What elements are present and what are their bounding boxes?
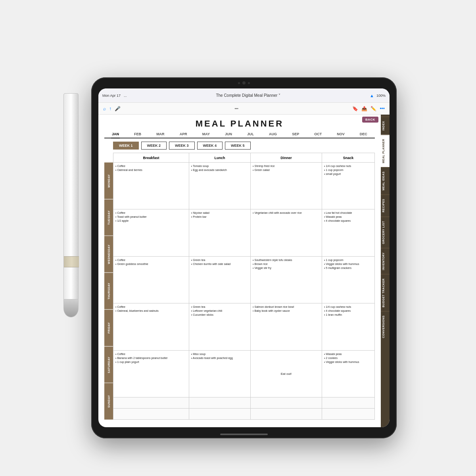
- month-mar[interactable]: MAR: [155, 132, 165, 136]
- right-sidebar: INDEX MEAL PLANNER MEAL IDEAS RECIPES GR…: [381, 115, 390, 427]
- month-sep[interactable]: SEP: [291, 132, 300, 136]
- col-dinner: Dinner: [251, 153, 322, 163]
- tuesday-breakfast: CoffeeToast with peanut butter1/2 apple: [113, 209, 189, 256]
- pencil-tip: [63, 299, 79, 317]
- wednesday-breakfast: CoffeeGreen goddess smoothie: [113, 256, 189, 303]
- status-dots: ...: [124, 94, 127, 98]
- wednesday-lunch: Green teaChicken burrito with side salad: [189, 256, 250, 303]
- ipad-home-bar: [220, 434, 268, 435]
- sidebar-tab-meal-planner[interactable]: MEAL PLANNER: [381, 134, 390, 167]
- browser-title: The Complete Digital Meal Planner ˅: [216, 93, 280, 98]
- month-oct[interactable]: OCT: [313, 132, 322, 136]
- edit-icon[interactable]: ✏️: [370, 106, 376, 111]
- meal-table-wrap: Monday Tuesday Wednesday Thursday Friday…: [104, 153, 375, 420]
- month-jun[interactable]: JUN: [224, 132, 233, 136]
- friday-dinner-eatout: Eat out!: [251, 350, 322, 397]
- friday-lunch: Miso soupAvocado toast with poached egg: [189, 350, 250, 397]
- wednesday-snack: 1 cup popcornVeggie sticks with hummus5 …: [322, 256, 374, 303]
- col-lunch: Lunch: [189, 153, 250, 163]
- more-icon[interactable]: •••: [380, 106, 385, 111]
- battery-status: 100%: [376, 94, 386, 98]
- ipad: Mon Apr 17 ... The Complete Digital Meal…: [91, 77, 397, 438]
- month-aug[interactable]: AUG: [268, 132, 278, 136]
- sunday-breakfast: [113, 409, 189, 420]
- sunday-snack: [322, 409, 374, 420]
- pencil-body: [63, 93, 79, 299]
- month-feb[interactable]: FEB: [133, 132, 142, 136]
- tab-title: The Complete Digital Meal Planner ˅: [216, 93, 280, 98]
- bookmark-icon[interactable]: 🔖: [352, 106, 358, 111]
- month-jan[interactable]: JAN: [111, 132, 120, 138]
- saturday-breakfast: [113, 397, 189, 409]
- week-3-tab[interactable]: WEEK 3: [169, 142, 195, 150]
- planner-main: MEAL PLANNER JAN FEB MAR APR MAY JUN JUL…: [98, 115, 381, 427]
- day-labels: Monday Tuesday Wednesday Thursday Friday…: [104, 153, 113, 420]
- monday-dinner: Shrimp fried riceGreen salad: [251, 163, 322, 209]
- table-row: CoffeeBanana with 2 tablespoons peanut b…: [113, 350, 375, 397]
- month-may[interactable]: MAY: [202, 132, 211, 136]
- month-nov[interactable]: NOV: [336, 132, 345, 136]
- day-label-wednesday: Wednesday: [104, 236, 113, 273]
- month-dec[interactable]: DEC: [359, 132, 368, 136]
- ipad-camera: [238, 81, 250, 84]
- thursday-dinner: Salmon donburi brown rice bowlBaby book …: [251, 303, 322, 350]
- wednesday-dinner: Southwestern style tofu steaksBrown rice…: [251, 256, 322, 303]
- planner-title: MEAL PLANNER: [104, 119, 375, 129]
- sidebar-tab-recipes[interactable]: RECIPES: [381, 194, 390, 216]
- sunday-dinner: [251, 409, 322, 420]
- page-content: BACK INDEX MEAL PLANNER MEAL IDEAS RECIP…: [98, 115, 390, 427]
- tuesday-lunch: Niçoise saladProtein bar: [189, 209, 250, 256]
- scene: Mon Apr 17 ... The Complete Digital Meal…: [20, 30, 456, 446]
- search-icon[interactable]: ⌕: [103, 106, 106, 111]
- status-time: Mon Apr 17: [102, 94, 121, 98]
- toolbar: ⌕ ↑ 🎤 ••• 🔖 📤 ✏️ •••: [98, 103, 390, 115]
- toolbar-left: ⌕ ↑ 🎤: [103, 106, 121, 111]
- cam-sensor: [238, 82, 240, 84]
- table-row: [113, 409, 375, 420]
- friday-breakfast: CoffeeBanana with 2 tablespoons peanut b…: [113, 350, 189, 397]
- export-icon[interactable]: 📤: [361, 106, 367, 111]
- week-tabs: WEEK 1 WEEK 2 WEEK 3 WEEK 4 WEEK 5: [113, 142, 375, 150]
- month-jul[interactable]: JUL: [246, 132, 255, 136]
- toolbar-right: 🔖 📤 ✏️ •••: [352, 106, 385, 111]
- week-2-tab[interactable]: WEEK 2: [141, 142, 167, 150]
- sidebar-tab-index[interactable]: INDEX: [381, 117, 390, 134]
- saturday-snack: [322, 397, 374, 409]
- day-label-thursday: Thursday: [104, 273, 113, 309]
- week-1-tab[interactable]: WEEK 1: [113, 142, 139, 150]
- meal-table: Breakfast Lunch Dinner Snack: [113, 153, 375, 420]
- browser-icons: ▲ 100%: [370, 93, 386, 98]
- month-tabs: JAN FEB MAR APR MAY JUN JUL AUG SEP OCT …: [104, 132, 375, 138]
- week-5-tab[interactable]: WEEK 5: [225, 142, 251, 150]
- sidebar-tab-grocery-list[interactable]: GROCERY LIST: [381, 217, 390, 248]
- table-row: CoffeeGreen goddess smoothie Green teaCh…: [113, 256, 375, 303]
- mic-icon[interactable]: 🎤: [115, 106, 121, 111]
- monday-breakfast: CoffeeOatmeal and berries: [113, 163, 189, 209]
- saturday-dinner: [251, 397, 322, 409]
- sidebar-tab-conversions[interactable]: CONVERSIONS: [381, 311, 390, 342]
- day-label-saturday: Saturday: [104, 346, 113, 383]
- week-4-tab[interactable]: WEEK 4: [197, 142, 223, 150]
- share-icon[interactable]: ↑: [109, 106, 111, 111]
- day-label-friday: Friday: [104, 309, 113, 346]
- sidebar-tab-budget-tracker[interactable]: BUDGET TRACKER: [381, 274, 390, 311]
- col-breakfast: Breakfast: [113, 153, 189, 163]
- thursday-breakfast: CoffeeOatmeal, blueberries and walnuts: [113, 303, 189, 350]
- table-row: CoffeeToast with peanut butter1/2 apple …: [113, 209, 375, 256]
- tuesday-dinner: Vegetarian chili with avocado over rice: [251, 209, 322, 256]
- cam-lens: [242, 81, 246, 84]
- day-label-tuesday: Tuesday: [104, 199, 113, 236]
- wifi-icon: ▲: [370, 93, 374, 98]
- thursday-lunch: Green teaLeftover vegetarian chiliCucumb…: [189, 303, 250, 350]
- back-button[interactable]: BACK: [362, 117, 378, 123]
- table-row: CoffeeOatmeal, blueberries and walnuts G…: [113, 303, 375, 350]
- sidebar-tab-meal-ideas[interactable]: MEAL IDEAS: [381, 167, 390, 194]
- table-row: [113, 397, 375, 409]
- sidebar-tab-inventory[interactable]: INVENTORY: [381, 248, 390, 274]
- apple-pencil: [63, 93, 79, 323]
- month-apr[interactable]: APR: [179, 132, 188, 136]
- day-label-sunday: Sunday: [104, 383, 113, 420]
- monday-snack: 1/4 cup cashew nuts1 cup popcornsmall yo…: [322, 163, 374, 209]
- browser-bar: Mon Apr 17 ... The Complete Digital Meal…: [98, 88, 390, 103]
- ipad-screen: Mon Apr 17 ... The Complete Digital Meal…: [98, 88, 390, 427]
